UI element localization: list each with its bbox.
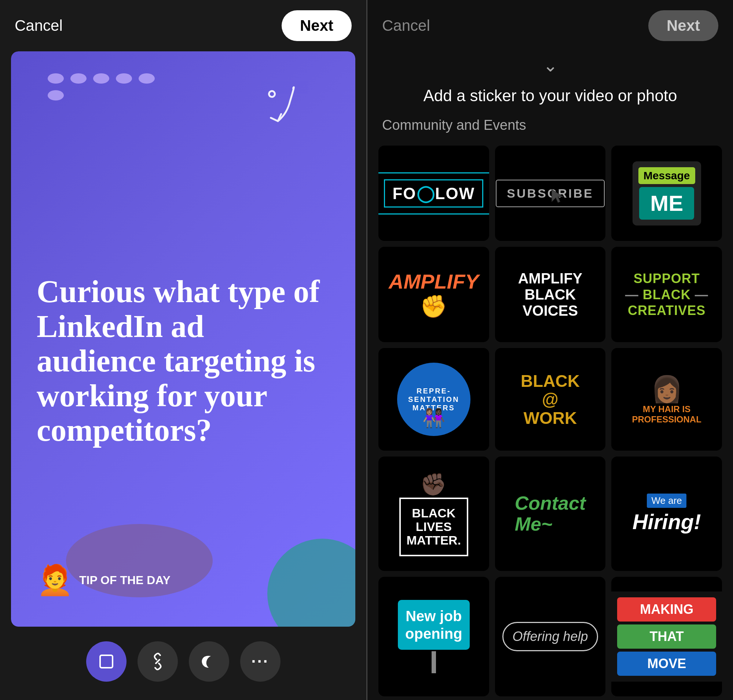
blm-sticker-content: ✊🏿 BLACKLIVESMATTER.: [399, 472, 469, 556]
mtm-sticker-content: MAKING THAT MOVE: [611, 591, 722, 682]
post-image-area: Curious what type of LinkedIn ad audienc…: [11, 51, 355, 626]
left-toolbar: ···: [0, 626, 366, 700]
left-cancel-button[interactable]: Cancel: [15, 17, 63, 34]
follow-sticker-content: FO◯LOW: [378, 172, 489, 215]
contact-sticker-content: ContactMe~: [515, 493, 586, 535]
mtm-making-text: MAKING: [617, 597, 716, 622]
sticker-new-job[interactable]: New jobopening: [378, 577, 489, 696]
hair-text: MY HAIR ISPROFESSIONAL: [632, 404, 701, 425]
amplify-sticker-content: AMPLIFY ✊: [389, 269, 479, 319]
mtm-move-text: MOVE: [617, 651, 716, 676]
square-tool-button[interactable]: [86, 641, 127, 682]
offering-sticker-content: Offering help: [502, 622, 598, 651]
sticker-hair[interactable]: 👩🏾 MY HAIR ISPROFESSIONAL: [611, 348, 722, 451]
post-headline: Curious what type of LinkedIn ad audienc…: [37, 274, 330, 448]
decorative-dots: [48, 74, 157, 100]
tip-emoji-icon: 🧑‍🦰: [37, 563, 73, 597]
svg-rect-1: [100, 655, 113, 668]
sticker-representation[interactable]: REPRE-SENTATIONMATTERS 👩🏽‍🤝‍👩🏿: [378, 348, 489, 451]
hiring-text: Hiring!: [633, 509, 701, 534]
post-image: Curious what type of LinkedIn ad audienc…: [11, 51, 355, 626]
new-job-sticker-content: New jobopening: [398, 600, 470, 673]
sticker-subscribe[interactable]: SUBSCRIBE: [495, 146, 606, 241]
right-cancel-button[interactable]: Cancel: [382, 17, 430, 34]
sticker-hiring[interactable]: We are Hiring!: [611, 456, 722, 571]
sticker-contact[interactable]: ContactMe~: [495, 456, 606, 571]
mtm-that-text: THAT: [617, 625, 716, 649]
blm-box: BLACKLIVESMATTER.: [399, 498, 469, 556]
black-work-text: BLACK@WORK: [521, 371, 580, 428]
dot: [48, 90, 64, 100]
amplify-text: AMPLIFY: [389, 270, 479, 293]
sticker-amplify-blk[interactable]: AMPLIFYBLACKVOICES: [495, 247, 606, 342]
dot: [93, 74, 109, 84]
arrow-doodle-icon: [236, 79, 321, 166]
black-work-content: BLACK@WORK: [521, 372, 580, 428]
chevron-down-icon: ⌄: [543, 55, 558, 75]
chevron-area: ⌄: [367, 51, 733, 83]
representation-sticker-content: REPRE-SENTATIONMATTERS 👩🏽‍🤝‍👩🏿: [397, 363, 471, 436]
new-job-sign: New jobopening: [398, 600, 470, 650]
tip-badge: 🧑‍🦰 TIP OF THE DAY: [37, 563, 171, 597]
left-next-button[interactable]: Next: [282, 10, 352, 41]
contact-text: ContactMe~: [515, 493, 586, 535]
tip-text: TIP OF THE DAY: [79, 573, 171, 587]
hiring-sticker-content: We are Hiring!: [633, 494, 701, 534]
blm-text: BLACKLIVESMATTER.: [407, 506, 461, 547]
dot: [71, 74, 87, 84]
dot: [138, 74, 155, 84]
dot: [116, 74, 132, 84]
left-panel: Cancel Next Cur: [0, 0, 366, 700]
sticker-follow[interactable]: FO◯LOW: [378, 146, 489, 241]
follow-text: FO◯LOW: [384, 179, 483, 207]
cursor-icon: [549, 187, 566, 208]
sticker-black-work[interactable]: BLACK@WORK: [495, 348, 606, 451]
message-me-sticker-content: Message ME: [633, 161, 701, 225]
we-are-text: We are: [647, 494, 686, 508]
sticker-message-me[interactable]: Message ME: [611, 146, 722, 241]
right-header: Cancel Next: [367, 0, 733, 51]
sticker-blm[interactable]: ✊🏿 BLACKLIVESMATTER.: [378, 456, 489, 571]
dot: [48, 74, 64, 84]
hair-sticker-content: 👩🏾 MY HAIR ISPROFESSIONAL: [632, 374, 701, 425]
post-text: Curious what type of LinkedIn ad audienc…: [37, 274, 330, 448]
more-tool-button[interactable]: ···: [240, 641, 281, 682]
sticker-grid: FO◯LOW SUBSCRIBE Message ME AMPLIFY ✊: [367, 142, 733, 700]
right-next-button[interactable]: Next: [648, 10, 718, 41]
sticker-panel-title: Add a sticker to your video or photo: [367, 83, 733, 114]
me-label: ME: [639, 187, 694, 220]
offering-text: Offering help: [512, 629, 588, 644]
link-tool-button[interactable]: [137, 641, 178, 682]
new-job-text: New jobopening: [405, 607, 462, 643]
svg-point-0: [268, 90, 276, 98]
sticker-making-that-move[interactable]: MAKING THAT MOVE: [611, 577, 722, 696]
sticker-category-label: Community and Events: [367, 114, 733, 142]
left-header: Cancel Next: [0, 0, 366, 51]
sticker-offering[interactable]: Offering help: [495, 577, 606, 696]
message-label: Message: [639, 167, 695, 184]
amplify-blk-text: AMPLIFYBLACKVOICES: [518, 270, 583, 319]
support-text: SUPPORT— BLACK —CREATIVES: [625, 271, 708, 318]
job-pole: [431, 651, 436, 673]
moon-tool-button[interactable]: [189, 641, 229, 682]
sticker-amplify[interactable]: AMPLIFY ✊: [378, 247, 489, 342]
right-panel: Cancel Next ⌄ Add a sticker to your vide…: [367, 0, 733, 700]
sticker-support-blk[interactable]: SUPPORT— BLACK —CREATIVES: [611, 247, 722, 342]
